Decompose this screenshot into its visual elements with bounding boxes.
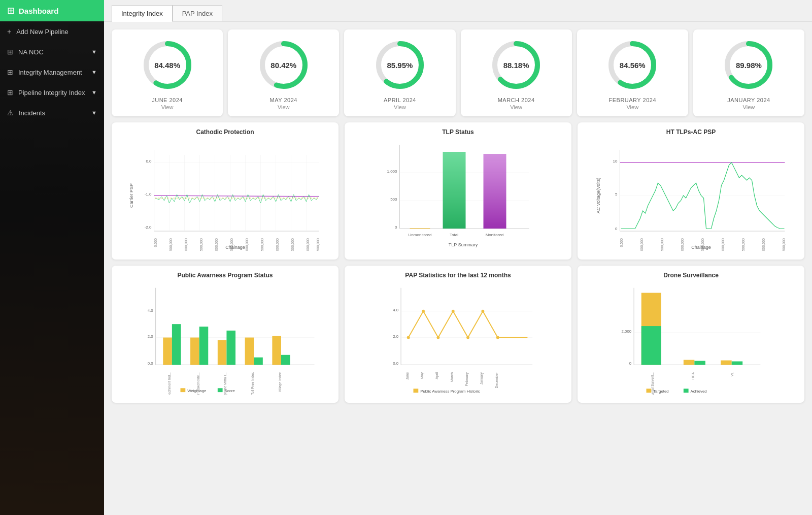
svg-text:1,000: 1,000 [387,169,397,174]
svg-rect-141 [684,389,689,393]
tlp-status-card: TLP Status 0 500 1,000 [345,122,571,260]
drone-surveillance-card: Drone Surveillance 0 2,000 [578,266,804,403]
svg-rect-83 [163,338,172,365]
sidebar-item-incidents[interactable]: ⚠ Incidents ▼ [0,103,104,123]
svg-text:Weightage: Weightage [187,389,206,393]
svg-text:February: February [465,372,469,386]
svg-text:0.0: 0.0 [148,361,154,366]
svg-text:December: December [495,372,498,388]
svg-text:4,000,000: 4,000,000 [762,238,765,251]
sidebar-item-label: Add New Pipeline [16,28,69,36]
donut-view-february[interactable]: View [626,104,638,110]
svg-rect-84 [172,324,181,365]
svg-text:3,500,000: 3,500,000 [741,238,745,251]
pap-stats-title: PAP Statistics for the last 12 months [351,272,565,279]
svg-rect-87 [218,340,227,365]
donut-month-march: MARCH 2024 [498,97,535,103]
svg-text:VL: VL [730,372,734,377]
svg-text:March: March [450,372,454,382]
chevron-down-icon: ▼ [91,89,97,95]
svg-point-114 [481,310,484,313]
sidebar-title: Dashboard [19,7,58,15]
sidebar-item-add-pipeline[interactable]: + Add New Pipeline [0,21,104,42]
donut-view-march[interactable]: View [510,104,522,110]
donut-chart-may: 80.42% [256,37,312,93]
donut-card-may: 80.42% MAY 2024 View [228,29,339,116]
svg-text:0: 0 [629,361,632,366]
svg-text:4,000,000: 4,000,000 [276,238,279,251]
tab-pap-index[interactable]: PAP Index [173,5,222,21]
svg-text:May: May [420,372,424,378]
donut-view-january[interactable]: View [743,104,755,110]
svg-text:4,500,000: 4,500,000 [782,238,786,251]
svg-text:Encroachment Ind...: Encroachment Ind... [167,372,171,395]
svg-point-110 [422,310,425,313]
svg-text:0.0: 0.0 [146,159,152,164]
svg-text:0: 0 [395,225,397,230]
donut-view-june[interactable]: View [161,104,174,110]
svg-text:500: 500 [390,197,397,202]
svg-text:4.0: 4.0 [393,308,399,312]
sidebar-item-label: NA NOC [18,48,44,56]
svg-text:3,000,000: 3,000,000 [245,238,249,251]
svg-text:Toll Free Index: Toll Free Index [251,372,254,395]
main-content: Integrity Index PAP Index 84.48% JUNE 20… [104,0,812,515]
donut-card-february: 84.56% FEBRUARY 2024 View [577,29,688,116]
ht-tlps-title: HT TLPs-AC PSP [584,128,798,136]
svg-text:2,000,000: 2,000,000 [681,238,684,251]
donut-month-april: APRIL 2024 [384,97,416,103]
svg-rect-91 [272,336,281,365]
svg-rect-90 [254,358,263,365]
svg-text:Total: Total [450,233,458,237]
sidebar-item-integrity-management[interactable]: ⊞ Integrity Management ▼ [0,62,104,82]
dashboard-icon: ⊞ [7,5,15,16]
svg-rect-133 [694,361,705,365]
svg-rect-86 [199,327,209,365]
donut-month-february: FEBRUARY 2024 [609,97,657,103]
donut-value-march: 88.18% [503,61,529,70]
donut-chart-march: 88.18% [488,37,544,93]
pap-status-title: Public Awarness Program Status [118,272,332,279]
svg-rect-139 [647,389,652,393]
tab-integrity-index[interactable]: Integrity Index [112,5,173,22]
cathodic-chart: Carrier PSP 0.0 -1.0 -2.0 [118,140,332,251]
sidebar: ⊞ Dashboard + Add New Pipeline ⊞ NA NOC … [0,0,104,515]
donut-month-june: JUNE 2024 [152,97,183,103]
svg-text:Carrier PSP: Carrier PSP [129,183,134,208]
svg-rect-51 [410,228,430,229]
svg-rect-132 [684,360,695,365]
donut-view-may[interactable]: View [278,104,290,110]
svg-text:HCA: HCA [691,372,695,380]
svg-text:0.500: 0.500 [620,238,623,247]
donut-chart-february: 84.56% [604,37,660,93]
donut-value-january: 89.98% [736,61,762,70]
svg-text:January: January [480,372,484,384]
drone-title: Drone Surveillance [584,272,798,279]
svg-rect-98 [181,388,186,392]
svg-rect-92 [281,355,290,365]
donut-card-june: 84.48% JUNE 2024 View [112,29,223,116]
grid-icon: ⊞ [7,88,13,96]
donut-month-january: JANUARY 2024 [727,97,770,103]
sidebar-item-pipeline-integrity[interactable]: ⊞ Pipeline Integrity Index ▼ [0,82,104,103]
donut-row: 84.48% JUNE 2024 View 80.42% MAY 2024 Vi… [112,29,804,116]
svg-text:5: 5 [615,192,618,197]
svg-rect-135 [732,361,743,365]
pap-status-card: Public Awarness Program Status 0.0 2.0 4… [112,266,339,403]
svg-text:3,000,000: 3,000,000 [721,238,725,251]
sidebar-item-label: Incidents [19,109,45,117]
pap-stats-card: PAP Statistics for the last 12 months 0.… [345,266,571,403]
svg-text:2,000: 2,000 [622,329,632,334]
donut-view-april[interactable]: View [394,104,406,110]
svg-rect-88 [226,331,235,365]
ht-tlps-card: HT TLPs-AC PSP AC Voltage(Volts) 10 5 0 [578,122,804,260]
sidebar-header[interactable]: ⊞ Dashboard [0,0,104,21]
sidebar-item-na-noc[interactable]: ⊞ NA NOC ▼ [0,42,104,62]
svg-text:2.0: 2.0 [148,334,154,339]
cathodic-protection-card: Cathodic Protection Carrier PSP 0.0 -1.0… [112,122,339,260]
chevron-down-icon: ▼ [91,110,97,116]
donut-card-april: 85.95% APRIL 2024 View [344,29,455,116]
svg-rect-100 [218,388,223,392]
svg-text:10: 10 [613,159,618,164]
svg-text:June: June [405,372,409,380]
